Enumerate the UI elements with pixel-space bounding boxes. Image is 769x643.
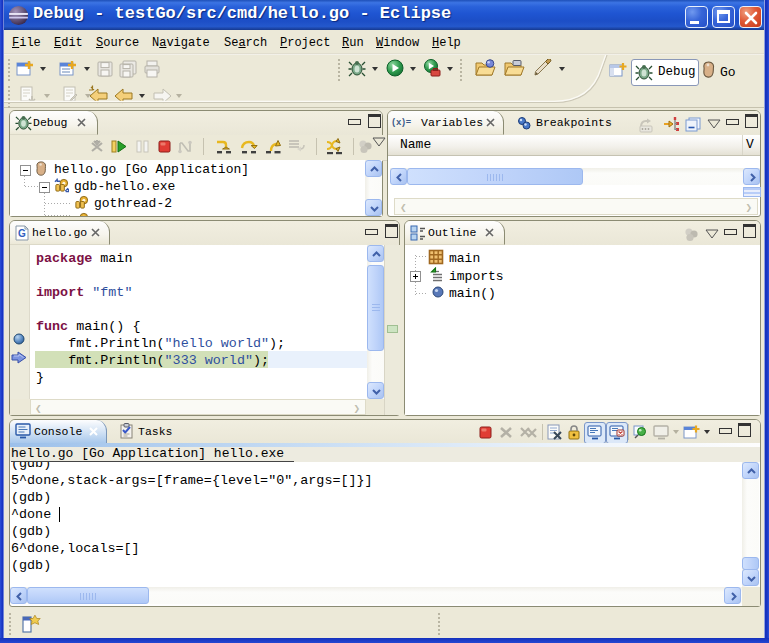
svg-text:G: G: [18, 228, 26, 239]
